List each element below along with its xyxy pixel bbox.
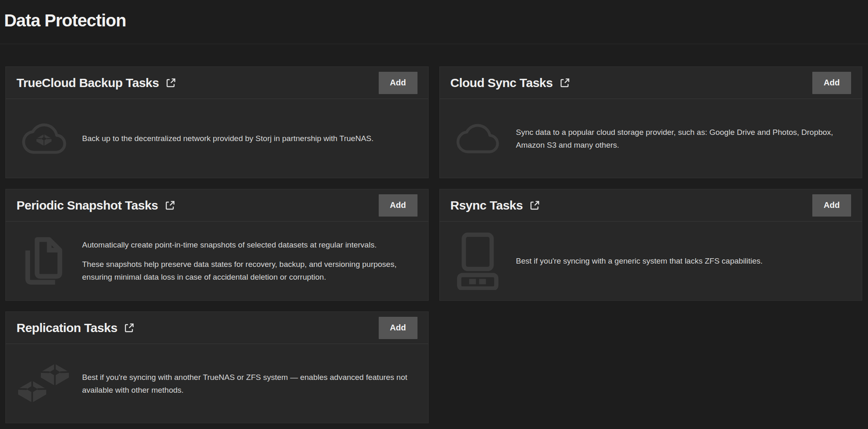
replication-tasks-card: Replication Tasks Add Best if you're syn…	[5, 311, 429, 423]
card-title-text: Rsync Tasks	[451, 198, 523, 212]
rsync-tasks-card: Rsync Tasks Add Best if you're syncing w…	[439, 189, 863, 301]
open-in-new-icon[interactable]	[164, 200, 175, 211]
card-title-text: TrueCloud Backup Tasks	[17, 76, 159, 90]
card-description: Sync data to a popular cloud storage pro…	[516, 126, 851, 151]
card-body: Sync data to a popular cloud storage pro…	[440, 99, 862, 178]
replication-boxes-icon	[18, 364, 70, 403]
open-in-new-icon[interactable]	[165, 78, 176, 89]
card-description: Back up to the decentralized network pro…	[82, 132, 374, 145]
card-description-line: Best if you're syncing with another True…	[82, 371, 417, 396]
card-header: Periodic Snapshot Tasks Add	[6, 189, 428, 222]
title-divider	[0, 44, 868, 44]
card-description-line: Sync data to a popular cloud storage pro…	[516, 126, 851, 151]
open-in-new-icon[interactable]	[123, 323, 134, 334]
card-header: TrueCloud Backup Tasks Add	[6, 67, 428, 99]
card-title-text: Cloud Sync Tasks	[451, 76, 553, 90]
card-title-link[interactable]: Rsync Tasks	[451, 198, 540, 212]
add-button[interactable]: Add	[379, 72, 417, 94]
periodic-snapshot-tasks-card: Periodic Snapshot Tasks Add Automaticall…	[5, 189, 429, 301]
card-description: Best if you're syncing with another True…	[82, 371, 417, 396]
cloud-sync-tasks-card: Cloud Sync Tasks Add Sync data to a popu…	[439, 66, 863, 178]
add-button[interactable]: Add	[379, 317, 417, 339]
add-button[interactable]: Add	[812, 72, 851, 94]
card-description: Best if you're syncing with a generic sy…	[516, 255, 763, 267]
card-header: Rsync Tasks Add	[440, 189, 862, 222]
computer-icon	[452, 232, 504, 290]
card-header: Cloud Sync Tasks Add	[440, 67, 862, 99]
truecloud-storj-cloud-icon	[18, 116, 70, 162]
card-description-line: These snapshots help preserve data state…	[82, 258, 417, 283]
truecloud-backup-tasks-card: TrueCloud Backup Tasks Add Back up to th…	[5, 66, 429, 178]
card-title-text: Replication Tasks	[17, 321, 117, 335]
card-body: Automatically create point-in-time snaps…	[6, 222, 428, 300]
card-body: Best if you're syncing with a generic sy…	[440, 222, 862, 300]
page-title: Data Protection	[4, 11, 864, 31]
add-button[interactable]: Add	[379, 194, 417, 217]
card-header: Replication Tasks Add	[6, 312, 428, 344]
open-in-new-icon[interactable]	[559, 78, 570, 89]
card-title-link[interactable]: Replication Tasks	[17, 321, 134, 335]
card-title-link[interactable]: Periodic Snapshot Tasks	[17, 198, 175, 212]
card-description-line: Best if you're syncing with a generic sy…	[516, 255, 763, 267]
snapshot-documents-icon	[18, 236, 70, 287]
card-title-link[interactable]: Cloud Sync Tasks	[451, 76, 570, 90]
cards-grid: TrueCloud Backup Tasks Add Back up to th…	[5, 66, 862, 423]
add-button[interactable]: Add	[812, 194, 851, 217]
open-in-new-icon[interactable]	[529, 200, 540, 211]
page-header: Data Protection	[0, 11, 868, 31]
cloud-icon	[452, 116, 504, 161]
card-description-line: Automatically create point-in-time snaps…	[82, 238, 417, 251]
card-description-line: Back up to the decentralized network pro…	[82, 132, 374, 145]
card-body: Back up to the decentralized network pro…	[6, 99, 428, 178]
card-description: Automatically create point-in-time snaps…	[82, 238, 417, 283]
card-body: Best if you're syncing with another True…	[6, 344, 428, 423]
card-title-link[interactable]: TrueCloud Backup Tasks	[17, 76, 176, 90]
card-title-text: Periodic Snapshot Tasks	[17, 198, 158, 212]
